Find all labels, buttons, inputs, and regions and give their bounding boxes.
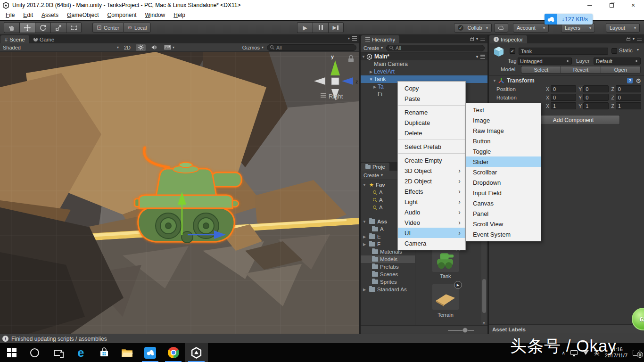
context-menu-copy[interactable]: Copy [398, 83, 465, 93]
submenu-scroll-view[interactable]: Scroll View [466, 219, 541, 229]
submenu-canvas[interactable]: Canvas [466, 198, 541, 208]
panel-menu-icon[interactable] [352, 36, 357, 41]
tab-game[interactable]: Game [29, 35, 58, 43]
menu-gameobject[interactable]: GameObject [63, 10, 103, 20]
gizmos-dropdown[interactable]: Gizmos▾ [242, 45, 264, 50]
scale-tool-button[interactable] [50, 22, 66, 33]
scroll-down-icon[interactable]: ▼ [482, 321, 486, 325]
space-local-button[interactable]: Local [123, 23, 151, 33]
menu-window[interactable]: Window [141, 10, 170, 20]
effects-dropdown-button[interactable]: ▾ [162, 44, 176, 51]
cloud-button[interactable] [494, 23, 508, 33]
rect-tool-button[interactable] [66, 22, 82, 33]
context-menu-camera[interactable]: Camera [398, 238, 465, 248]
submenu-dropdown[interactable]: Dropdown [466, 177, 541, 188]
move-tool-button[interactable] [19, 22, 35, 33]
expand-arrow-icon[interactable]: ▶ [362, 288, 367, 292]
submenu-text[interactable]: Text [466, 105, 541, 115]
expand-arrow-icon[interactable]: ▼ [362, 183, 367, 187]
notification-icon[interactable]: 5 [633, 350, 640, 356]
position-z-field[interactable]: 0 [616, 85, 641, 92]
model-select-button[interactable]: Select [521, 66, 561, 74]
start-button[interactable] [0, 343, 23, 362]
rotate-tool-button[interactable] [35, 22, 50, 33]
submenu-scrollbar[interactable]: Scrollbar [466, 167, 541, 177]
context-menu-select-prefab[interactable]: Select Prefab [398, 141, 465, 152]
chevron-down-icon[interactable]: ▾ [476, 37, 478, 41]
hierarchy-create-dropdown[interactable]: Create▾ [363, 45, 383, 51]
menu-help[interactable]: Help [169, 10, 190, 20]
chevron-down-icon[interactable]: ▾ [637, 48, 639, 52]
expand-arrow-icon[interactable]: ▶ [362, 242, 367, 247]
download-speed-overlay[interactable]: ↓127 KB/s [545, 14, 593, 25]
expand-arrow-icon[interactable]: ▼ [368, 77, 374, 82]
expand-asset-icon[interactable]: ▶ [454, 281, 462, 289]
axis-y-label[interactable]: y [331, 54, 334, 59]
tab-inspector[interactable]: Inspector [489, 35, 527, 43]
hierarchy-item-main-camera[interactable]: Main Camera [361, 60, 487, 68]
folder-row-standard-assets[interactable]: ▶Standard As [361, 286, 415, 293]
tab-scene[interactable]: #Scene [0, 35, 29, 43]
scene-viewport[interactable]: y z Right [0, 52, 359, 334]
menu-component[interactable]: Component [103, 10, 140, 20]
file-explorer-button[interactable] [116, 343, 139, 362]
folder-row-models[interactable]: Models [361, 255, 415, 263]
context-menu-rename[interactable]: Rename [398, 107, 465, 117]
menu-file[interactable]: File [1, 10, 19, 20]
folder-row-scenes[interactable]: Scenes [361, 271, 415, 278]
rotation-x-field[interactable]: 0 [551, 94, 576, 101]
layer-dropdown[interactable]: Default [594, 58, 641, 65]
thumbnail-size-slider[interactable] [448, 330, 474, 331]
submenu-image[interactable]: Image [466, 115, 541, 125]
collab-dropdown[interactable]: ✓Collab▾ [454, 23, 492, 33]
expand-arrow-icon[interactable]: ▶ [362, 235, 367, 239]
context-menu-create-empty[interactable]: Create Empty [398, 155, 465, 165]
maximize-button[interactable] [601, 0, 622, 10]
rotation-y-field[interactable]: 0 [583, 94, 609, 101]
chrome-button[interactable] [162, 343, 185, 362]
submenu-toggle[interactable]: Toggle [466, 146, 541, 156]
scene-row-main[interactable]: ▼ Main* ▾ [361, 53, 487, 60]
audio-toggle-button[interactable] [149, 44, 159, 51]
context-menu-delete[interactable]: Delete [398, 128, 465, 138]
folder-row-sprites[interactable]: Sprites [361, 278, 415, 286]
submenu-input-field[interactable]: Input Field [466, 188, 541, 198]
model-open-button[interactable]: Open [601, 66, 641, 74]
expand-arrow-icon[interactable]: ▶ [372, 85, 378, 89]
minimize-button[interactable] [579, 0, 601, 10]
lock-icon[interactable] [470, 38, 474, 41]
slider-knob[interactable] [462, 328, 468, 333]
context-menu-video[interactable]: Video› [398, 217, 465, 228]
unity-taskbar-button[interactable] [185, 343, 208, 362]
tab-project[interactable]: Proje [361, 163, 389, 171]
expand-arrow-icon[interactable]: ▼ [361, 55, 366, 59]
axis-z-label[interactable]: z [355, 79, 358, 84]
asset-thumbnail-terrain[interactable]: ▶ [432, 284, 459, 310]
submenu-event-system[interactable]: Event System [466, 229, 541, 239]
lock-icon[interactable] [627, 38, 630, 41]
rotation-z-field[interactable]: 0 [616, 94, 641, 101]
draw-mode-dropdown[interactable]: Shaded▾ [3, 45, 119, 50]
submenu-panel[interactable]: Panel [466, 208, 541, 219]
static-checkbox[interactable] [611, 48, 617, 54]
close-button[interactable]: × [622, 0, 644, 10]
scrollbar-thumb[interactable] [482, 279, 486, 313]
view-direction-label[interactable]: Right [329, 93, 343, 100]
scale-z-field[interactable]: 1 [616, 102, 641, 109]
asset-label[interactable]: Terrain [427, 312, 464, 318]
folder-row-prefabs[interactable]: Prefabs [361, 263, 415, 271]
pause-button[interactable] [313, 22, 328, 33]
active-checkbox[interactable]: ✓ [510, 48, 515, 54]
position-y-field[interactable]: 0 [583, 85, 609, 92]
name-field[interactable]: Tank [519, 48, 608, 55]
submenu-slider[interactable]: Slider [466, 156, 541, 167]
hand-tool-button[interactable] [4, 22, 19, 33]
step-button[interactable]: ▶ [328, 22, 344, 33]
store-button[interactable] [92, 343, 116, 362]
scale-y-field[interactable]: 1 [583, 102, 609, 109]
asset-thumbnail-tank[interactable]: ▶ [432, 247, 459, 272]
pivot-center-button[interactable]: Center [92, 23, 123, 33]
task-view-button[interactable] [46, 343, 69, 362]
expand-arrow-icon[interactable]: ▶ [368, 70, 374, 74]
chevron-down-icon[interactable]: ▾ [348, 36, 350, 41]
